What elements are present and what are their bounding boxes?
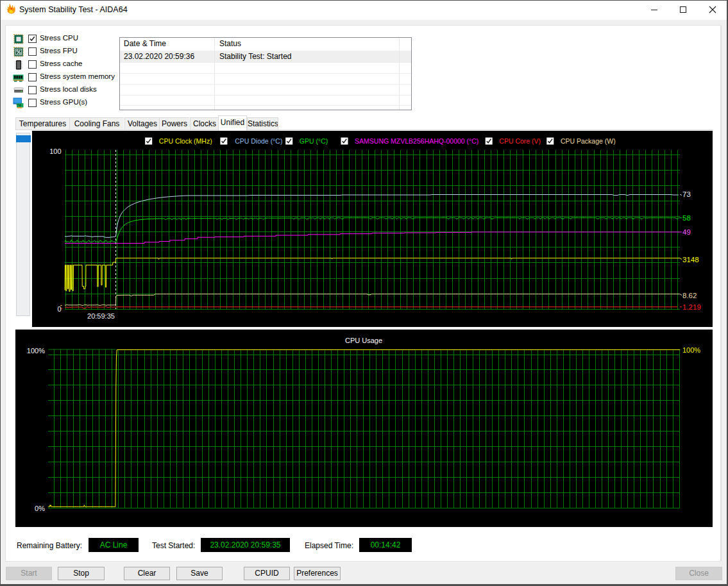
- svg-text:CPU Usage: CPU Usage: [345, 337, 382, 344]
- svg-text:20:59:35: 20:59:35: [87, 312, 115, 320]
- svg-text:CPU Clock (MHz): CPU Clock (MHz): [159, 137, 212, 145]
- svg-text:CPU Diode (°C): CPU Diode (°C): [235, 137, 282, 145]
- svg-text:1.219: 1.219: [682, 303, 701, 311]
- svg-text:49: 49: [682, 228, 691, 236]
- svg-text:CPU Core (V): CPU Core (V): [499, 137, 541, 145]
- svg-text:8.62: 8.62: [682, 292, 697, 299]
- svg-text:0: 0: [57, 305, 61, 313]
- svg-text:73: 73: [682, 190, 691, 198]
- svg-text:100%: 100%: [27, 347, 45, 355]
- svg-text:3148: 3148: [682, 256, 699, 264]
- svg-text:GPU (°C): GPU (°C): [300, 137, 328, 145]
- svg-text:100: 100: [49, 147, 61, 155]
- svg-text:0%: 0%: [35, 505, 45, 512]
- svg-text:100%: 100%: [682, 346, 700, 354]
- svg-text:CPU Package (W): CPU Package (W): [561, 137, 616, 145]
- svg-text:SAMSUNG MZVLB256HAHQ-00000 (°C: SAMSUNG MZVLB256HAHQ-00000 (°C): [355, 137, 478, 145]
- svg-text:58: 58: [682, 214, 691, 222]
